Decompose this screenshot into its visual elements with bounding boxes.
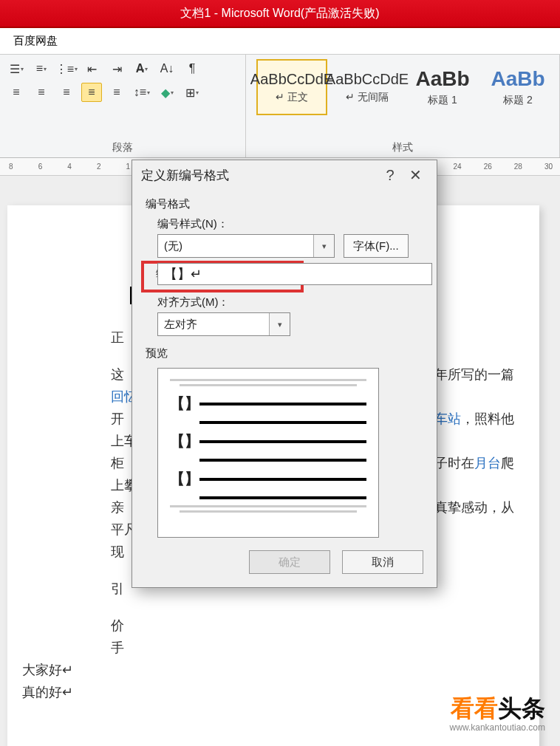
define-number-format-dialog: 定义新编号格式 ? ✕ 编号格式 编号样式(N)： (无) ▾ 字体(F)...… — [132, 160, 437, 588]
multilevel-button[interactable]: ⋮≡ — [56, 59, 77, 78]
select-value: (无) — [164, 239, 182, 253]
style-heading1[interactable]: AaBb 标题 1 — [407, 59, 478, 115]
tab-baidu[interactable]: 百度网盘 — [13, 34, 58, 48]
line-spacing-button[interactable]: ↕≡ — [132, 83, 152, 102]
number-style-select[interactable]: (无) ▾ — [157, 234, 335, 258]
align-right-button[interactable]: ≡ — [56, 83, 77, 102]
preview-box: 【】 【】 【】 — [157, 368, 379, 538]
style-preview: AaBb — [491, 67, 544, 91]
dialog-titlebar[interactable]: 定义新编号格式 ? ✕ — [132, 160, 437, 190]
preview-mark: 【】 — [170, 394, 192, 414]
bullets-button[interactable]: ☰ — [6, 59, 27, 78]
preview-mark: 【】 — [170, 431, 192, 451]
shading-button[interactable]: ◆ — [157, 83, 177, 102]
styles-label: 样式 — [252, 140, 553, 157]
borders-button[interactable]: ⊞ — [182, 83, 202, 102]
style-heading2[interactable]: AaBb 标题 2 — [482, 59, 553, 115]
styles-group: AaBbCcDdE ↵ 正文 AaBbCcDdE ↵ 无间隔 AaBb 标题 1… — [246, 55, 560, 157]
style-name: ↵ 无间隔 — [346, 91, 389, 104]
label-preview: 预览 — [146, 346, 423, 360]
doc-line: 真的好↵ — [22, 681, 516, 703]
distribute-button[interactable]: ≡ — [106, 83, 127, 102]
align-center-button[interactable]: ≡ — [31, 83, 52, 102]
number-format-input[interactable]: 【】↵ — [157, 263, 432, 285]
sort-button[interactable]: A↓ — [157, 59, 177, 78]
indent-dec-button[interactable]: ⇤ — [81, 59, 102, 78]
doc-line: 价 — [111, 615, 516, 637]
style-name: 标题 1 — [428, 94, 457, 107]
ruler-mark: 8 — [7, 162, 15, 171]
show-marks-button[interactable]: ¶ — [182, 59, 202, 78]
style-preview: AaBbCcDdE — [250, 71, 333, 88]
ribbon: ☰ ≡ ⋮≡ ⇤ ⇥ A̶ A↓ ¶ ≡ ≡ ≡ ≡ ≡ ↕≡ ◆ ⊞ 段落 — [0, 55, 560, 158]
style-normal[interactable]: AaBbCcDdE ↵ 正文 — [256, 59, 327, 115]
ruler-mark: 4 — [66, 162, 73, 171]
ruler-mark: 28 — [514, 162, 522, 171]
watermark-logo2: 头条 — [498, 695, 545, 722]
window-title: 文档1 - Microsoft Word(产品激活失败) — [180, 6, 379, 21]
ruler-mark: 24 — [454, 162, 462, 171]
select-value: 左对齐 — [164, 318, 197, 332]
font-button[interactable]: 字体(F)... — [344, 234, 409, 258]
indent-inc-button[interactable]: ⇥ — [106, 59, 127, 78]
clear-format-button[interactable]: A̶ — [132, 59, 152, 78]
chevron-down-icon[interactable]: ▾ — [313, 235, 334, 257]
align-justify-button[interactable]: ≡ — [81, 83, 102, 102]
close-button[interactable]: ✕ — [403, 164, 428, 186]
style-name: ↵ 正文 — [276, 91, 308, 104]
align-left-button[interactable]: ≡ — [6, 83, 27, 102]
label-number-style: 编号样式(N)： — [157, 217, 423, 231]
preview-mark: 【】 — [170, 469, 192, 489]
doc-line: 大家好↵ — [22, 659, 516, 681]
style-preview: AaBb — [415, 67, 469, 91]
style-nospacing[interactable]: AaBbCcDdE ↵ 无间隔 — [332, 59, 403, 115]
input-value: 【】↵ — [164, 265, 202, 283]
help-button[interactable]: ? — [378, 164, 403, 186]
section-number-format: 编号格式 — [146, 197, 423, 211]
style-name: 标题 2 — [503, 94, 533, 107]
style-preview: AaBbCcDdE — [326, 71, 409, 88]
ruler-mark: 6 — [37, 162, 44, 171]
watermark-logo1: 看看 — [451, 695, 498, 722]
label-align: 对齐方式(M)： — [157, 295, 423, 309]
paragraph-label: 段落 — [6, 140, 239, 157]
ribbon-tabs: 百度网盘 — [0, 28, 560, 55]
chevron-down-icon[interactable]: ▾ — [269, 313, 290, 335]
numbering-button[interactable]: ≡ — [31, 59, 52, 78]
align-select[interactable]: 左对齐 ▾ — [157, 312, 290, 336]
watermark-url: www.kankantoutiao.com — [450, 722, 545, 733]
dialog-title: 定义新编号格式 — [141, 167, 229, 184]
ruler-mark: 30 — [544, 162, 553, 171]
ruler-mark: 26 — [484, 162, 492, 171]
paragraph-group: ☰ ≡ ⋮≡ ⇤ ⇥ A̶ A↓ ¶ ≡ ≡ ≡ ≡ ≡ ↕≡ ◆ ⊞ 段落 — [0, 55, 246, 157]
ok-button[interactable]: 确定 — [249, 550, 330, 574]
ruler-mark: 2 — [95, 162, 103, 171]
ruler-mark: 1 — [125, 162, 132, 171]
doc-line: 手 — [111, 637, 516, 659]
cancel-button[interactable]: 取消 — [342, 550, 423, 574]
window-titlebar: 文档1 - Microsoft Word(产品激活失败) — [0, 0, 560, 28]
watermark: 看看头条 www.kankantoutiao.com — [450, 693, 545, 733]
